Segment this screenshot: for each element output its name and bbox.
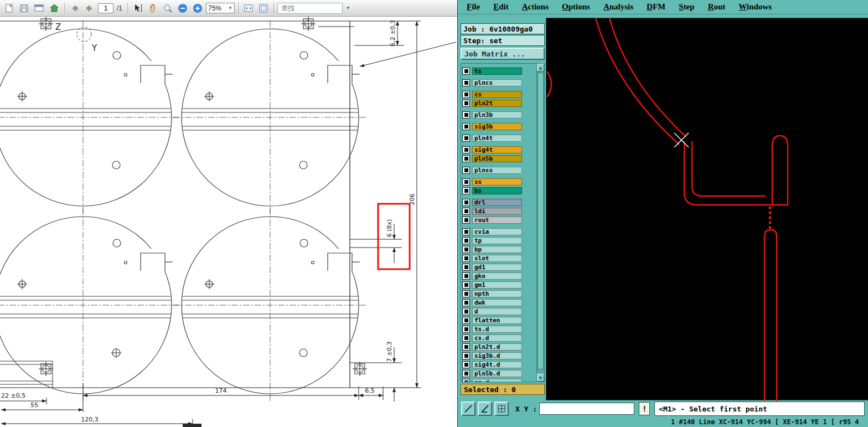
layer-chip[interactable]: ss [472,178,522,186]
fit-width-icon[interactable] [242,2,255,15]
layer-chip[interactable]: ts.d [472,326,522,333]
layer-chip[interactable]: flatten [472,317,522,324]
layer-checkbox[interactable] [462,208,470,215]
layer-checkbox[interactable] [462,264,470,271]
layer-checkbox[interactable] [462,299,470,306]
angle-mode-button[interactable] [478,402,492,416]
layer-checkbox[interactable] [462,79,470,86]
layer-chip[interactable]: tp [472,237,522,244]
page-number-input[interactable] [98,3,113,13]
menu-file[interactable]: File [467,2,480,12]
layer-checkbox[interactable] [462,167,470,174]
layer-chip[interactable]: plnss [472,167,522,174]
layer-chip[interactable]: pln2t [472,100,522,107]
layer-checkbox[interactable] [462,217,470,224]
layer-checkbox[interactable] [462,308,470,315]
select-tool-icon[interactable] [131,2,144,15]
layer-checkbox[interactable] [462,199,470,206]
menu-windows[interactable]: Windows [738,2,772,12]
alert-button[interactable]: ! [639,402,650,415]
layer-chip[interactable]: drl [472,199,522,206]
layer-checkbox[interactable] [462,361,470,368]
menu-rout[interactable]: Rout [708,2,726,12]
back-arrow-icon[interactable] [68,2,81,15]
layer-checkbox[interactable] [462,317,470,324]
home-icon[interactable] [48,2,61,15]
layer-chip[interactable]: bs [472,187,522,194]
layer-chip[interactable]: npth [472,290,522,297]
layer-checkbox[interactable] [462,123,470,130]
layer-checkbox[interactable] [462,370,470,377]
cam-canvas[interactable] [546,18,868,401]
job-matrix-button[interactable]: Job Matrix ... [461,48,545,60]
layer-chip[interactable]: gko [472,272,522,280]
layer-chip[interactable]: gd1 [472,264,522,271]
layer-chip[interactable]: ss.d [472,379,522,383]
layer-chip[interactable]: gm1 [472,281,522,289]
layer-checkbox[interactable] [462,68,470,75]
layer-checkbox[interactable] [462,111,470,119]
menu-options[interactable]: Options [562,2,590,12]
layer-checkbox[interactable] [462,326,470,333]
zoom-level-select[interactable]: 75% ▼ [206,3,235,13]
menu-dfm[interactable]: DFM [647,2,665,12]
menu-step[interactable]: Step [679,2,694,12]
zoom-in-icon[interactable] [191,2,204,15]
layer-checkbox[interactable] [462,100,470,107]
layer-chip[interactable]: pln5b.d [472,370,522,377]
layer-chip[interactable]: sig4t [472,146,522,153]
layer-chip[interactable]: plncs [472,79,522,86]
layer-chip[interactable]: dwk [472,299,522,306]
layer-checkbox[interactable] [462,379,470,383]
layer-chip[interactable]: pln2t.d [472,343,522,351]
fit-page-icon[interactable] [257,2,270,15]
layer-checkbox[interactable] [462,91,470,98]
layer-checkbox[interactable] [462,135,470,142]
layer-chip[interactable]: sig4t.d [472,361,522,368]
layer-chip[interactable]: d [472,308,522,315]
layer-chip[interactable]: rout [472,217,522,224]
scroll-down-icon[interactable]: ▼ [537,374,544,382]
layer-chip[interactable]: pln4t [472,135,522,142]
layer-checkbox[interactable] [462,281,470,289]
scroll-up-icon[interactable]: ▲ [537,64,544,71]
layer-checkbox[interactable] [462,187,470,194]
select-mode-button[interactable] [461,402,476,416]
layer-checkbox[interactable] [462,178,470,186]
layer-checkbox[interactable] [462,237,470,244]
layer-chip[interactable]: sig3b [472,123,522,130]
layer-checkbox[interactable] [462,255,470,262]
grid-snap-button[interactable] [494,402,509,416]
layer-chip[interactable]: bp [472,246,522,253]
layer-chip[interactable]: pln5b [472,155,522,162]
layer-checkbox[interactable] [462,272,470,280]
export-icon[interactable] [33,2,46,15]
menu-edit[interactable]: Edit [493,2,509,12]
layer-chip[interactable]: sig3b.d [472,352,522,359]
scroll-thumb[interactable] [538,73,544,369]
search-input[interactable] [277,3,343,14]
zoom-tool-icon[interactable] [161,2,174,15]
layer-checkbox[interactable] [462,228,470,235]
layer-chip[interactable]: slot [472,255,522,262]
layer-chip[interactable]: ldi [472,208,522,215]
save-icon[interactable] [18,2,31,15]
layer-checkbox[interactable] [462,352,470,359]
menu-actions[interactable]: Actions [522,2,549,12]
forward-arrow-icon[interactable] [83,2,96,15]
layer-chip[interactable]: ts [472,68,522,75]
layer-checkbox[interactable] [462,290,470,297]
layer-checkbox[interactable] [462,146,470,153]
hand-tool-icon[interactable] [146,2,159,15]
layer-chip[interactable]: cs [472,91,522,98]
xy-input[interactable] [539,403,634,415]
pdf-page[interactable]: 6,2 ±0,3 206 6 (8x) 7 ±0,3 174 [0,17,457,427]
menu-analysis[interactable]: Analysis [603,2,633,12]
layer-checkbox[interactable] [462,155,470,162]
search-dropdown-icon[interactable]: ▼ [344,3,352,14]
layer-chip[interactable]: cs.d [472,335,522,342]
layer-checkbox[interactable] [462,246,470,253]
zoom-out-icon[interactable] [176,2,189,15]
layer-scrollbar[interactable]: ▲ ▼ [536,64,544,382]
layer-checkbox[interactable] [462,335,470,342]
